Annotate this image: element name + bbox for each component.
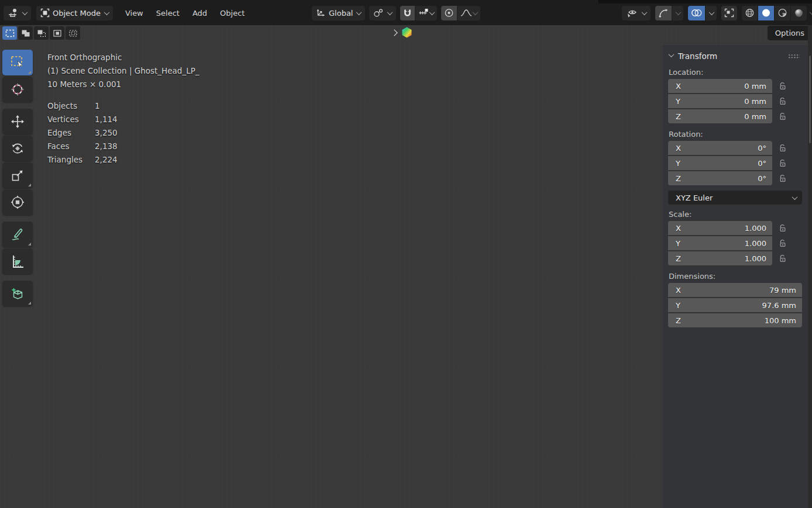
rotation-x-field[interactable]: X0° xyxy=(668,141,772,155)
field-value: 0° xyxy=(758,174,766,183)
tool-cursor[interactable] xyxy=(2,77,33,102)
axis-label: X xyxy=(676,82,681,91)
location-z-field[interactable]: Z0 mm xyxy=(668,109,772,123)
shading-solid-button[interactable] xyxy=(758,6,774,20)
stat-label: Edges xyxy=(47,126,95,140)
pivot-point-dropdown[interactable] xyxy=(369,6,396,20)
proportional-circle-icon xyxy=(444,8,454,18)
field-value: 0 mm xyxy=(744,97,766,106)
lock-icon[interactable] xyxy=(777,236,788,250)
lock-icon[interactable] xyxy=(777,79,788,93)
lock-icon[interactable] xyxy=(777,156,788,170)
rotation-mode-dropdown[interactable]: XYZ Euler xyxy=(668,191,802,205)
dimensions-x-field[interactable]: X79 mm xyxy=(668,283,802,297)
transform-orientation-dropdown[interactable]: Global xyxy=(312,6,365,20)
field-value: 100 mm xyxy=(765,316,796,325)
gizmos-toggle[interactable] xyxy=(655,6,672,20)
scrollbar-thumb[interactable] xyxy=(809,56,811,143)
select-mode-intersect[interactable] xyxy=(66,26,80,40)
tool-move[interactable] xyxy=(2,109,33,134)
location-y-field[interactable]: Y0 mm xyxy=(668,94,772,108)
tool-transform[interactable] xyxy=(2,189,33,215)
overlays-icon xyxy=(691,8,702,18)
snap-toggle[interactable] xyxy=(400,6,415,20)
menu-add[interactable]: Add xyxy=(186,6,214,20)
lock-icon[interactable] xyxy=(777,221,788,235)
window-top-edge xyxy=(598,0,812,4)
axis-label: Z xyxy=(676,316,681,325)
scale-y-field[interactable]: Y1.000 xyxy=(668,236,772,250)
field-value: 0° xyxy=(758,159,766,168)
expand-chevron[interactable] xyxy=(391,29,397,36)
axis-label: Z xyxy=(676,254,681,263)
dimensions-z-field[interactable]: Z100 mm xyxy=(668,313,802,327)
dimensions-label: Dimensions: xyxy=(669,272,808,281)
mode-dropdown[interactable]: Object Mode xyxy=(36,6,113,20)
tool-header-expand xyxy=(391,26,413,39)
lock-icon[interactable] xyxy=(777,94,788,108)
overlays-dropdown[interactable] xyxy=(706,6,717,20)
lock-icon[interactable] xyxy=(777,141,788,155)
menu-select[interactable]: Select xyxy=(150,6,186,20)
axis-label: X xyxy=(676,144,681,153)
wireframe-sphere-icon xyxy=(745,8,755,18)
scale-x-field[interactable]: X1.000 xyxy=(668,221,772,235)
scale-locks xyxy=(777,221,788,267)
overlays-toggle[interactable] xyxy=(688,6,705,20)
field-value: 1.000 xyxy=(745,224,766,233)
select-mode-row xyxy=(2,26,80,40)
rotation-label: Rotation: xyxy=(669,130,808,139)
rotation-z-field[interactable]: Z0° xyxy=(668,171,772,185)
context-label: (1) Scene Collection | Ghost_Head_LP_ xyxy=(47,64,199,78)
options-label: Options xyxy=(775,29,804,37)
stat-value: 3,250 xyxy=(95,126,118,140)
scale-label: Scale: xyxy=(669,210,808,219)
lock-icon[interactable] xyxy=(777,171,788,185)
shading-dropdown-chevron[interactable] xyxy=(810,9,812,15)
3d-viewport-editor-icon xyxy=(8,8,19,18)
tool-scale[interactable] xyxy=(2,163,33,188)
rotation-y-field[interactable]: Y0° xyxy=(668,156,772,170)
lock-icon[interactable] xyxy=(777,109,788,123)
scale-z-field[interactable]: Z1.000 xyxy=(668,251,772,265)
panel-collapse-chevron[interactable] xyxy=(669,51,675,57)
sidebar-scroll-strip[interactable] xyxy=(808,25,812,508)
gizmos-dropdown[interactable] xyxy=(672,6,683,20)
proportional-falloff-dropdown[interactable] xyxy=(457,6,480,20)
tool-rotate[interactable] xyxy=(2,136,33,161)
shading-rendered-button[interactable] xyxy=(791,6,807,20)
statistics-overlay: Objects1 Vertices1,114 Edges3,250 Faces2… xyxy=(47,99,118,167)
dimensions-y-field[interactable]: Y97.6 mm xyxy=(668,298,802,312)
tool-measure[interactable] xyxy=(2,248,33,274)
proportional-editing-toggle[interactable] xyxy=(441,6,457,20)
location-x-field[interactable]: X0 mm xyxy=(668,79,772,93)
select-mode-invert[interactable] xyxy=(50,26,64,40)
toolbar xyxy=(2,50,33,307)
object-visibility-dropdown[interactable] xyxy=(622,6,651,20)
options-button[interactable]: Options xyxy=(768,26,812,40)
location-locks xyxy=(777,79,788,125)
menu-view[interactable]: View xyxy=(119,6,150,20)
tool-annotate[interactable] xyxy=(2,222,33,247)
rainbow-cube-icon[interactable] xyxy=(401,26,413,39)
orientation-label: Global xyxy=(329,9,353,18)
field-value: 0° xyxy=(758,144,766,153)
viewport-info-overlay: Front Orthographic (1) Scene Collection … xyxy=(47,51,199,91)
shading-wireframe-button[interactable] xyxy=(742,6,758,20)
select-mode-set[interactable] xyxy=(2,26,17,40)
field-value: 79 mm xyxy=(769,286,796,295)
stat-label: Vertices xyxy=(47,113,95,126)
tool-select-box[interactable] xyxy=(2,50,33,75)
shading-material-button[interactable] xyxy=(775,6,790,20)
select-mode-subtract[interactable] xyxy=(34,26,49,40)
snap-settings-dropdown[interactable] xyxy=(415,6,437,20)
tool-add-cube[interactable] xyxy=(2,281,33,306)
select-mode-extend[interactable] xyxy=(18,26,33,40)
menu-object[interactable]: Object xyxy=(214,6,251,20)
xray-toggle[interactable] xyxy=(721,6,737,20)
panel-grip-icon[interactable] xyxy=(788,54,800,58)
editor-type-dropdown[interactable] xyxy=(4,6,31,20)
axis-label: Z xyxy=(676,112,681,121)
lock-icon[interactable] xyxy=(777,251,788,265)
transform-panel: Transform Location: X0 mm Y0 mm Z0 mm Ro… xyxy=(663,45,808,508)
